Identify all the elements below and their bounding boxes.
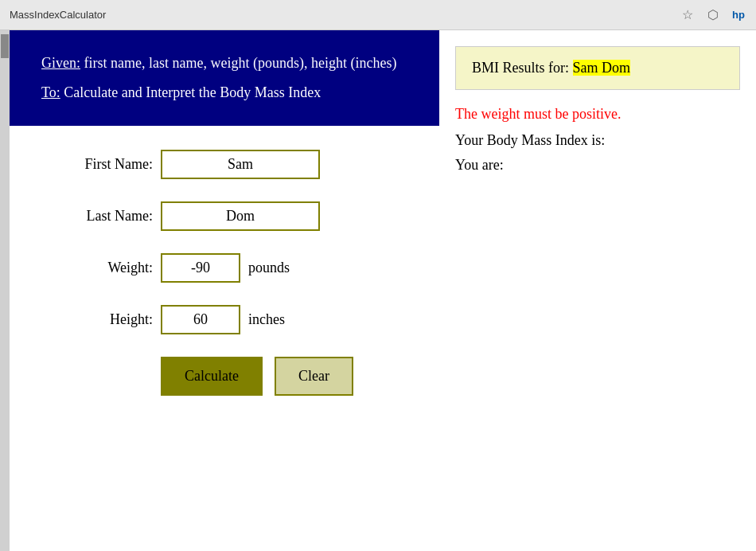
height-input[interactable]	[161, 305, 240, 334]
left-panel: Given: first name, last name, weight (po…	[10, 30, 439, 551]
weight-row: Weight: pounds	[65, 253, 407, 283]
blue-header: Given: first name, last name, weight (po…	[10, 30, 439, 126]
extensions-icon[interactable]: ⬡	[705, 7, 721, 23]
to-label: To:	[41, 84, 60, 100]
browser-title: MassIndexCalculator	[10, 9, 673, 21]
hp-icon: hp	[731, 7, 746, 23]
first-name-input[interactable]	[161, 150, 320, 179]
right-panel: BMI Results for: Sam Dom The weight must…	[439, 30, 756, 551]
bmi-result-line: Your Body Mass Index is:	[455, 132, 740, 149]
first-name-label: First Name:	[65, 156, 153, 173]
weight-label: Weight:	[65, 260, 153, 276]
category-result-line: You are:	[455, 157, 740, 174]
bookmark-icon[interactable]: ☆	[680, 7, 696, 23]
height-row: Height: inches	[65, 305, 407, 334]
height-unit: inches	[248, 311, 285, 328]
button-row: Calculate Clear	[65, 357, 407, 396]
last-name-input[interactable]	[161, 201, 320, 231]
category-label: You are:	[455, 157, 504, 173]
last-name-label: Last Name:	[65, 208, 153, 225]
form-area: First Name: Last Name: Weight: pounds He…	[10, 126, 439, 420]
main-content: Given: first name, last name, weight (po…	[0, 30, 756, 551]
weight-input[interactable]	[161, 253, 240, 283]
scroll-thumb[interactable]	[1, 34, 9, 58]
error-message: The weight must be positive.	[455, 106, 740, 123]
bmi-label: Your Body Mass Index is:	[455, 132, 605, 148]
to-text: Calculate and Interpret the Body Mass In…	[60, 84, 321, 100]
given-line: Given: first name, last name, weight (po…	[41, 53, 407, 74]
height-label: Height:	[65, 311, 153, 328]
given-label: Given:	[41, 55, 80, 71]
last-name-row: Last Name:	[65, 201, 407, 231]
calculate-button[interactable]: Calculate	[161, 357, 263, 396]
bmi-name-highlighted: Sam Dom	[573, 60, 631, 76]
bmi-results-box: BMI Results for: Sam Dom	[455, 46, 740, 90]
given-text: first name, last name, weight (pounds), …	[80, 55, 396, 71]
weight-unit: pounds	[248, 260, 290, 276]
browser-icons: ☆ ⬡ hp	[680, 7, 746, 23]
to-line: To: Calculate and Interpret the Body Mas…	[41, 82, 407, 104]
browser-chrome: MassIndexCalculator ☆ ⬡ hp	[0, 0, 756, 30]
first-name-row: First Name:	[65, 150, 407, 179]
clear-button[interactable]: Clear	[275, 357, 353, 396]
bmi-results-title-prefix: BMI Results for:	[472, 60, 573, 76]
scrollbar[interactable]	[0, 30, 10, 551]
